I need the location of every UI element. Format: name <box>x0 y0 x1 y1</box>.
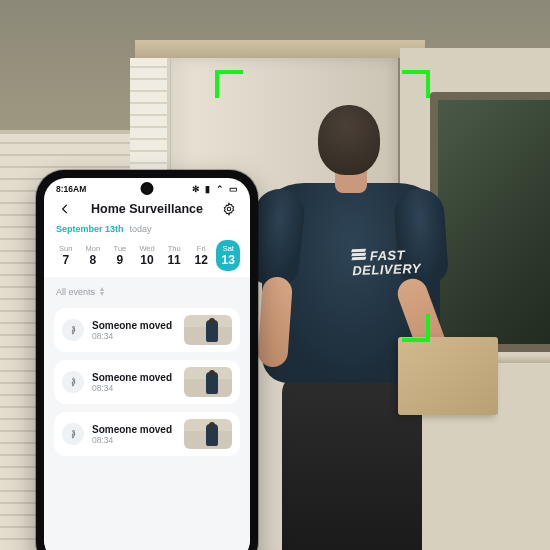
bluetooth-icon: ✻ <box>192 184 200 194</box>
event-thumbnail <box>184 419 232 449</box>
front-camera-icon <box>143 184 152 193</box>
page-title: Home Surveillance <box>91 202 203 216</box>
calendar-num: 9 <box>117 253 124 267</box>
calendar-dow: Tue <box>114 244 127 253</box>
sort-icon: ▴▾ <box>100 285 104 298</box>
calendar-dow: Fri <box>197 244 206 253</box>
events-filter[interactable]: All events ▴▾ <box>54 285 240 300</box>
signal-icon: ▮ <box>205 184 210 194</box>
gear-icon <box>222 202 236 216</box>
motion-icon <box>62 319 84 341</box>
settings-button[interactable] <box>220 200 238 218</box>
events-list: Someone moved08:34Someone moved08:34Some… <box>54 308 240 456</box>
battery-icon: ▭ <box>229 184 238 194</box>
forearm-left <box>257 276 293 368</box>
svg-point-0 <box>227 207 231 211</box>
calendar-day[interactable]: Fri12 <box>189 240 213 271</box>
motion-icon <box>62 371 84 393</box>
event-time: 08:34 <box>92 435 176 445</box>
calendar-num: 13 <box>222 253 235 267</box>
today-label: today <box>130 224 152 234</box>
delivery-person: FAST DELIVERY <box>240 105 450 550</box>
app-header: Home Surveillance <box>44 196 250 224</box>
calendar-num: 10 <box>140 253 153 267</box>
calendar-day[interactable]: Sun7 <box>54 240 78 271</box>
shirt-logo-line2: DELIVERY <box>352 260 421 277</box>
roof-trim <box>135 40 425 58</box>
event-card[interactable]: Someone moved08:34 <box>54 360 240 404</box>
calendar-day[interactable]: Wed10 <box>135 240 159 271</box>
arrow-left-icon <box>58 202 72 216</box>
event-text: Someone moved08:34 <box>92 424 176 445</box>
event-text: Someone moved08:34 <box>92 320 176 341</box>
calendar-day[interactable]: Mon8 <box>81 240 105 271</box>
event-thumbnail <box>184 315 232 345</box>
event-time: 08:34 <box>92 331 176 341</box>
svg-point-2 <box>72 378 74 380</box>
calendar-day[interactable]: Tue9 <box>108 240 132 271</box>
event-card[interactable]: Someone moved08:34 <box>54 412 240 456</box>
event-text: Someone moved08:34 <box>92 372 176 393</box>
status-icons: ✻ ▮ ⌃ ▭ <box>189 184 238 194</box>
svg-point-3 <box>72 430 74 432</box>
calendar-dow: Mon <box>86 244 101 253</box>
head <box>318 105 380 175</box>
event-title: Someone moved <box>92 372 176 383</box>
event-time: 08:34 <box>92 383 176 393</box>
event-title: Someone moved <box>92 424 176 435</box>
phone-screen: 8:16AM ✻ ▮ ⌃ ▭ Home Surveillance Septemb… <box>44 178 250 550</box>
svg-point-1 <box>72 326 74 328</box>
calendar-num: 8 <box>90 253 97 267</box>
calendar-dow: Wed <box>139 244 154 253</box>
calendar-num: 11 <box>167 253 180 267</box>
calendar-dow: Sat <box>223 244 234 253</box>
shirt-logo: FAST DELIVERY <box>352 246 422 278</box>
event-thumbnail <box>184 367 232 397</box>
motion-icon <box>62 423 84 445</box>
week-calendar: Sun7Mon8Tue9Wed10Thu11Fri12Sat13 <box>44 238 250 277</box>
phone-frame: 8:16AM ✻ ▮ ⌃ ▭ Home Surveillance Septemb… <box>36 170 258 550</box>
package-box <box>398 337 498 415</box>
wifi-icon: ⌃ <box>216 184 224 194</box>
events-body: All events ▴▾ Someone moved08:34Someone … <box>44 277 250 550</box>
event-title: Someone moved <box>92 320 176 331</box>
calendar-dow: Sun <box>59 244 72 253</box>
shirt-logo-bars-icon <box>352 248 366 261</box>
calendar-num: 12 <box>195 253 208 267</box>
date-subhead: September 13th today <box>44 224 250 238</box>
calendar-day[interactable]: Sat13 <box>216 240 240 271</box>
status-time: 8:16AM <box>56 184 86 194</box>
back-button[interactable] <box>56 200 74 218</box>
calendar-day[interactable]: Thu11 <box>162 240 186 271</box>
calendar-dow: Thu <box>168 244 181 253</box>
current-date: September 13th <box>56 224 124 234</box>
calendar-num: 7 <box>62 253 69 267</box>
filter-label: All events <box>56 287 95 297</box>
event-card[interactable]: Someone moved08:34 <box>54 308 240 352</box>
